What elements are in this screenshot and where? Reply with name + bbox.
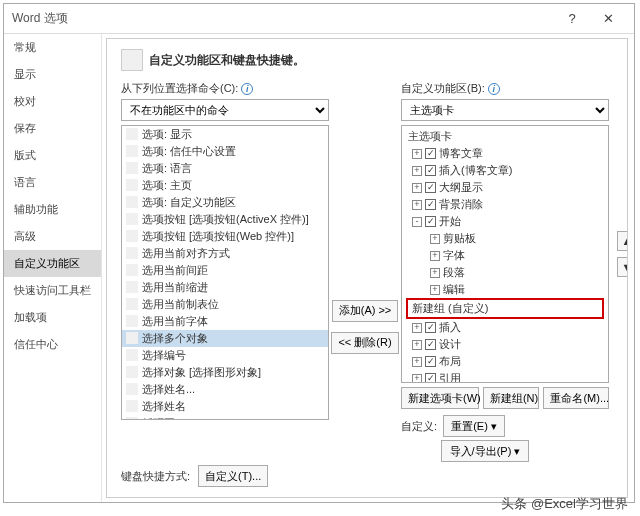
list-item[interactable]: 选用当前字体 (122, 313, 328, 330)
list-item[interactable]: 选项: 语言 (122, 160, 328, 177)
tree-ops: 新建选项卡(W) 新建组(N) 重命名(M)... (401, 387, 609, 409)
list-item[interactable]: 选择对象 [选择图形对象] (122, 364, 328, 381)
transfer-buttons: 添加(A) >> << 删除(R) (335, 81, 395, 462)
list-item[interactable]: 选项: 显示 (122, 126, 328, 143)
info-icon[interactable]: i (241, 83, 253, 95)
list-item[interactable]: 选择姓名... (122, 381, 328, 398)
ribbon-column: 自定义功能区(B): i 主选项卡 主选项卡+✓博客文章+✓插入(博客文章)+✓… (401, 81, 609, 462)
reset-button[interactable]: 重置(E) ▾ (443, 415, 505, 437)
sidebar-item[interactable]: 高级 (4, 223, 101, 250)
tree-item[interactable]: +字体 (402, 247, 608, 264)
ribbon-scope-combo[interactable]: 主选项卡 (401, 99, 609, 121)
move-down-button[interactable]: ▼ (617, 257, 628, 277)
tree-item[interactable]: +✓博客文章 (402, 145, 608, 162)
sidebar-item[interactable]: 辅助功能 (4, 196, 101, 223)
list-item[interactable]: 循环图 (122, 415, 328, 420)
tree-root[interactable]: 主选项卡 (402, 128, 608, 145)
rename-button[interactable]: 重命名(M)... (543, 387, 609, 409)
tree-item[interactable]: +✓布局 (402, 353, 608, 370)
sidebar-item[interactable]: 保存 (4, 115, 101, 142)
list-item[interactable]: 选用当前制表位 (122, 296, 328, 313)
custom-row: 自定义: 重置(E) ▾ (401, 415, 609, 437)
tree-item[interactable]: +✓设计 (402, 336, 608, 353)
customize-shortcuts-button[interactable]: 自定义(T)... (198, 465, 268, 487)
ribbon-icon (121, 49, 143, 71)
main-area: 常规显示校对保存版式语言辅助功能高级自定义功能区快速访问工具栏加载项信任中心 自… (4, 34, 634, 502)
tree-item[interactable]: +剪贴板 (402, 230, 608, 247)
sidebar-item[interactable]: 语言 (4, 169, 101, 196)
list-item[interactable]: 选项: 主页 (122, 177, 328, 194)
tree-item[interactable]: +✓大纲显示 (402, 179, 608, 196)
new-group-button[interactable]: 新建组(N) (483, 387, 539, 409)
sidebar-item[interactable]: 版式 (4, 142, 101, 169)
header-text: 自定义功能区和键盘快捷键。 (149, 52, 305, 69)
list-item[interactable]: 选择多个对象 (122, 330, 328, 347)
close-button[interactable]: ✕ (590, 11, 626, 26)
sidebar-item[interactable]: 信任中心 (4, 331, 101, 358)
tree-item[interactable]: +✓插入(博客文章) (402, 162, 608, 179)
header: 自定义功能区和键盘快捷键。 (121, 49, 615, 71)
move-up-button[interactable]: ▲ (617, 231, 628, 251)
info-icon[interactable]: i (488, 83, 500, 95)
content-panel: 自定义功能区和键盘快捷键。 从下列位置选择命令(C): i 不在功能区中的命令 … (106, 38, 628, 498)
list-item[interactable]: 选用当前对齐方式 (122, 245, 328, 262)
sidebar-item[interactable]: 快速访问工具栏 (4, 277, 101, 304)
list-item[interactable]: 选用当前缩进 (122, 279, 328, 296)
new-tab-button[interactable]: 新建选项卡(W) (401, 387, 479, 409)
list-item[interactable]: 选项按钮 [选项按钮(ActiveX 控件)] (122, 211, 328, 228)
sidebar-item[interactable]: 显示 (4, 61, 101, 88)
watermark: 头条 @Excel学习世界 (501, 495, 628, 513)
import-row: 导入/导出(P) ▾ (401, 440, 609, 462)
sidebar-item[interactable]: 常规 (4, 34, 101, 61)
tree-item-selected[interactable]: 新建组 (自定义) (406, 298, 604, 319)
list-item[interactable]: 选择编号 (122, 347, 328, 364)
list-item[interactable]: 选项: 信任中心设置 (122, 143, 328, 160)
help-button[interactable]: ? (554, 11, 590, 26)
commands-list[interactable]: 选项: 显示选项: 信任中心设置选项: 语言选项: 主页选项: 自定义功能区选项… (121, 125, 329, 420)
options-dialog: Word 选项 ? ✕ 常规显示校对保存版式语言辅助功能高级自定义功能区快速访问… (3, 3, 635, 503)
list-item[interactable]: 选择姓名 (122, 398, 328, 415)
list-item[interactable]: 选项按钮 [选项按钮(Web 控件)] (122, 228, 328, 245)
tree-item[interactable]: +✓插入 (402, 319, 608, 336)
tree-item[interactable]: +✓背景消除 (402, 196, 608, 213)
keyboard-shortcut-row: 键盘快捷方式: 自定义(T)... (121, 465, 268, 487)
commands-label: 从下列位置选择命令(C): i (121, 81, 329, 96)
remove-button[interactable]: << 删除(R) (331, 332, 398, 354)
ribbon-tree[interactable]: 主选项卡+✓博客文章+✓插入(博客文章)+✓大纲显示+✓背景消除-✓开始+剪贴板… (401, 125, 609, 383)
window-title: Word 选项 (12, 10, 554, 27)
titlebar: Word 选项 ? ✕ (4, 4, 634, 34)
commands-column: 从下列位置选择命令(C): i 不在功能区中的命令 选项: 显示选项: 信任中心… (121, 81, 329, 462)
tree-item[interactable]: +编辑 (402, 281, 608, 298)
ribbon-label: 自定义功能区(B): i (401, 81, 609, 96)
tree-item[interactable]: -✓开始 (402, 213, 608, 230)
list-item[interactable]: 选用当前间距 (122, 262, 328, 279)
tree-item[interactable]: +✓引用 (402, 370, 608, 383)
sidebar-item[interactable]: 自定义功能区 (4, 250, 101, 277)
sidebar-item[interactable]: 校对 (4, 88, 101, 115)
commands-source-combo[interactable]: 不在功能区中的命令 (121, 99, 329, 121)
reorder-arrows: ▲ ▼ (617, 231, 628, 277)
list-item[interactable]: 选项: 自定义功能区 (122, 194, 328, 211)
add-button[interactable]: 添加(A) >> (332, 300, 399, 322)
tree-item[interactable]: +段落 (402, 264, 608, 281)
sidebar: 常规显示校对保存版式语言辅助功能高级自定义功能区快速访问工具栏加载项信任中心 (4, 34, 102, 502)
sidebar-item[interactable]: 加载项 (4, 304, 101, 331)
import-export-button[interactable]: 导入/导出(P) ▾ (441, 440, 529, 462)
